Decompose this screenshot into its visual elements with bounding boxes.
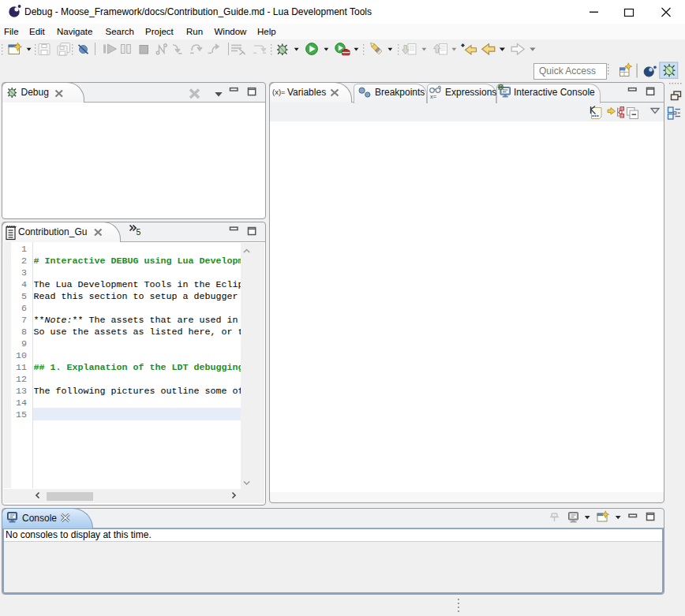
svg-text:(x)=: (x)= bbox=[272, 88, 286, 96]
svg-text:x=: x= bbox=[430, 93, 437, 100]
svg-text:5: 5 bbox=[137, 227, 141, 237]
